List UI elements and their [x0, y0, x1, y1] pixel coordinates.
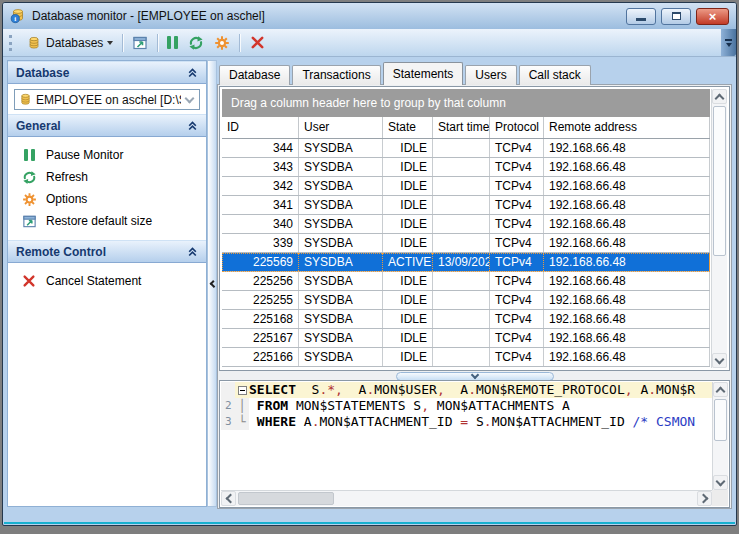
grid-cell-protocol[interactable]: TCPv4 — [490, 329, 544, 347]
grid-cell-start[interactable] — [433, 291, 490, 309]
sql-editor[interactable]: SELECT S.*, A.MON$USER, A.MON$REMOTE_PRO… — [221, 382, 712, 490]
table-row-343[interactable]: 343SYSDBAIDLETCPv4192.168.66.48 — [222, 158, 710, 177]
grid-cell-state[interactable]: IDLE — [383, 329, 433, 347]
grid-cell-protocol[interactable]: TCPv4 — [490, 272, 544, 290]
grid-cell-protocol[interactable]: TCPv4 — [490, 158, 544, 176]
grid-cell-user[interactable]: SYSDBA — [299, 291, 383, 309]
grid-cell-protocol[interactable]: TCPv4 — [490, 234, 544, 252]
grid-cell-state[interactable]: IDLE — [383, 291, 433, 309]
grid-cell-state[interactable]: IDLE — [383, 348, 433, 366]
grid-cell-remote[interactable]: 192.168.66.48 — [544, 291, 710, 309]
grid-cell-remote[interactable]: 192.168.66.48 — [544, 139, 710, 157]
grid-cell-id[interactable]: 341 — [222, 196, 299, 214]
database-combobox[interactable]: EMPLOYEE on aschel [D:\Shar — [14, 89, 200, 110]
grid-cell-state[interactable]: IDLE — [383, 234, 433, 252]
tab-users[interactable]: Users — [465, 65, 516, 85]
grid-cell-remote[interactable]: 192.168.66.48 — [544, 215, 710, 233]
refresh-button[interactable] — [183, 32, 209, 54]
grid-cell-user[interactable]: SYSDBA — [299, 139, 383, 157]
grid-cell-state[interactable]: IDLE — [383, 196, 433, 214]
grid-cell-protocol[interactable]: TCPv4 — [490, 253, 544, 271]
options-button[interactable] — [209, 32, 235, 54]
sidebar-item-pause-monitor[interactable]: Pause Monitor — [8, 144, 206, 166]
group-by-panel[interactable]: Drag a column header here to group by th… — [222, 89, 710, 117]
grid-cell-remote[interactable]: 192.168.66.48 — [544, 272, 710, 290]
grid-cell-user[interactable]: SYSDBA — [299, 310, 383, 328]
grid-cell-id[interactable]: 225256 — [222, 272, 299, 290]
code-line-3[interactable]: 3└ WHERE A.MON$ATTACHMENT_ID = S.MON$ATT… — [221, 414, 712, 430]
table-row-339[interactable]: 339SYSDBAIDLETCPv4192.168.66.48 — [222, 234, 710, 253]
scroll-down-button[interactable] — [712, 353, 727, 368]
grid-cell-id[interactable]: 225569 — [222, 253, 299, 271]
column-header-start[interactable]: Start time — [433, 117, 490, 138]
sidebar-item-restore-default-size[interactable]: Restore default size — [8, 210, 206, 232]
grid-cell-user[interactable]: SYSDBA — [299, 158, 383, 176]
maximize-button[interactable] — [661, 8, 691, 25]
grid-cell-remote[interactable]: 192.168.66.48 — [544, 348, 710, 366]
sidebar-item-options[interactable]: Options — [8, 188, 206, 210]
grid-cell-id[interactable]: 225166 — [222, 348, 299, 366]
grid-cell-state[interactable]: ACTIVE — [383, 253, 433, 271]
grid-cell-start[interactable] — [433, 272, 490, 290]
grid-cell-user[interactable]: SYSDBA — [299, 234, 383, 252]
grid-cell-user[interactable]: SYSDBA — [299, 272, 383, 290]
table-row-225167[interactable]: 225167SYSDBAIDLETCPv4192.168.66.48 — [222, 329, 710, 348]
grid-cell-user[interactable]: SYSDBA — [299, 196, 383, 214]
table-row-225255[interactable]: 225255SYSDBAIDLETCPv4192.168.66.48 — [222, 291, 710, 310]
sidebar-item-cancel-statement[interactable]: Cancel Statement — [8, 270, 206, 292]
grid-cell-state[interactable]: IDLE — [383, 310, 433, 328]
table-row-340[interactable]: 340SYSDBAIDLETCPv4192.168.66.48 — [222, 215, 710, 234]
grid-cell-state[interactable]: IDLE — [383, 272, 433, 290]
grid-cell-start[interactable] — [433, 196, 490, 214]
grid-cell-start[interactable] — [433, 348, 490, 366]
grid-cell-user[interactable]: SYSDBA — [299, 329, 383, 347]
grid-cell-start[interactable] — [433, 158, 490, 176]
cancel-button[interactable] — [244, 32, 270, 54]
fold-collapse-icon[interactable] — [235, 382, 249, 398]
grid-cell-start[interactable] — [433, 234, 490, 252]
grid-cell-id[interactable]: 225167 — [222, 329, 299, 347]
grid-cell-remote[interactable]: 192.168.66.48 — [544, 196, 710, 214]
minimize-button[interactable] — [626, 8, 656, 25]
sql-vertical-scrollbar[interactable] — [712, 382, 728, 490]
grid-cell-start[interactable] — [433, 215, 490, 233]
grid-cell-id[interactable]: 339 — [222, 234, 299, 252]
collapse-double-chevron-icon[interactable] — [187, 246, 198, 257]
grid-cell-protocol[interactable]: TCPv4 — [490, 348, 544, 366]
grid-cell-user[interactable]: SYSDBA — [299, 348, 383, 366]
sql-horizontal-scrollbar[interactable] — [221, 490, 712, 506]
code-text[interactable]: WHERE A.MON$ATTACHMENT_ID = S.MON$ATTACH… — [249, 414, 712, 430]
grid-cell-protocol[interactable]: TCPv4 — [490, 139, 544, 157]
scroll-up-button[interactable] — [713, 382, 728, 397]
grid-cell-user[interactable]: SYSDBA — [299, 177, 383, 195]
code-line-2[interactable]: 2│ FROM MON$STATEMENTS S, MON$ATTACHMENT… — [221, 398, 712, 414]
restore-size-button[interactable] — [127, 32, 153, 54]
grid-cell-protocol[interactable]: TCPv4 — [490, 310, 544, 328]
grid-cell-id[interactable]: 344 — [222, 139, 299, 157]
grid-cell-start[interactable] — [433, 329, 490, 347]
column-header-user[interactable]: User — [299, 117, 383, 138]
sidebar-item-refresh[interactable]: Refresh — [8, 166, 206, 188]
grid-cell-start[interactable] — [433, 177, 490, 195]
grid-cell-start[interactable] — [433, 310, 490, 328]
grid-cell-remote[interactable]: 192.168.66.48 — [544, 329, 710, 347]
table-row-344[interactable]: 344SYSDBAIDLETCPv4192.168.66.48 — [222, 139, 710, 158]
grid-cell-remote[interactable]: 192.168.66.48 — [544, 177, 710, 195]
scroll-up-button[interactable] — [712, 89, 727, 104]
grid-cell-state[interactable]: IDLE — [383, 215, 433, 233]
titlebar[interactable]: i Database monitor - [EMPLOYEE on aschel… — [3, 3, 736, 29]
grid-cell-remote[interactable]: 192.168.66.48 — [544, 310, 710, 328]
toolbar-grip[interactable] — [9, 35, 15, 51]
scroll-left-button[interactable] — [221, 491, 236, 506]
code-line-1[interactable]: SELECT S.*, A.MON$USER, A.MON$REMOTE_PRO… — [221, 382, 712, 398]
sidebar-section-remote-control[interactable]: Remote Control — [8, 240, 206, 263]
databases-button[interactable]: Databases — [21, 32, 118, 54]
grid-cell-user[interactable]: SYSDBA — [299, 215, 383, 233]
grid-cell-id[interactable]: 225168 — [222, 310, 299, 328]
grid-cell-remote[interactable]: 192.168.66.48 — [544, 234, 710, 252]
grid-cell-start[interactable]: 13/09/202 — [433, 253, 490, 271]
code-text[interactable]: SELECT S.*, A.MON$USER, A.MON$REMOTE_PRO… — [249, 382, 712, 398]
tab-transactions[interactable]: Transactions — [292, 65, 380, 85]
collapse-double-chevron-icon[interactable] — [187, 120, 198, 131]
table-row-341[interactable]: 341SYSDBAIDLETCPv4192.168.66.48 — [222, 196, 710, 215]
